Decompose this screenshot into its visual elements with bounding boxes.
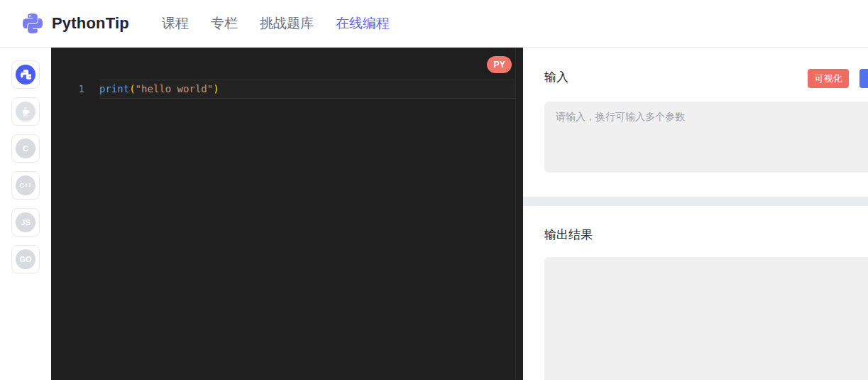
editor-ruler-line [515,48,516,380]
nav-item-courses[interactable]: 课程 [162,14,189,33]
main-nav: 课程 专栏 挑战题库 在线编程 [162,14,390,33]
nav-item-columns[interactable]: 专栏 [211,14,238,33]
language-badge: PY [487,56,512,73]
input-section-title: 输入 [544,69,568,85]
code-token-string: "hello world" [136,83,214,94]
top-navbar: PythonTip 课程 专栏 挑战题库 在线编程 [0,0,868,48]
lang-button-js[interactable]: JS [11,208,40,237]
go-icon: GO [16,249,35,269]
output-section-title: 输出结果 [544,227,593,243]
line-number: 1 [51,80,99,99]
nav-item-online-coding[interactable]: 在线编程 [336,14,390,33]
brand-title: PythonTip [52,14,129,33]
code-token-open-paren: ( [129,83,135,94]
cpp-icon: C++ [16,175,35,195]
python-icon [16,65,35,85]
program-output-box [544,257,868,380]
io-panel: 输入 可视化 输出结果 [523,48,868,380]
lang-button-cpp[interactable]: C++ [11,171,40,200]
js-icon: JS [16,212,35,232]
nav-item-challenges[interactable]: 挑战题库 [260,14,314,33]
lang-button-c[interactable]: C [11,134,40,163]
program-input-textarea[interactable] [544,102,868,173]
code-line-content[interactable]: print("hello world") [99,80,515,99]
visualize-button[interactable]: 可视化 [808,69,849,88]
c-icon: C [16,139,35,158]
main-content: C C++ JS GO PY 1 print("hello world") 输入… [0,48,868,380]
language-sidebar: C C++ JS GO [0,48,51,380]
pythontip-logo-icon [23,13,43,33]
code-editor[interactable]: PY 1 print("hello world") [51,48,523,380]
lang-button-python[interactable] [11,60,40,89]
java-icon [16,102,35,121]
lang-button-go[interactable]: GO [11,245,40,273]
panel-divider [523,197,868,206]
code-token-function: print [99,83,129,94]
code-line-1[interactable]: 1 print("hello world") [51,80,523,99]
run-button-cutoff[interactable] [859,69,868,88]
lang-button-java[interactable] [11,97,40,126]
code-token-close-paren: ) [213,83,219,94]
